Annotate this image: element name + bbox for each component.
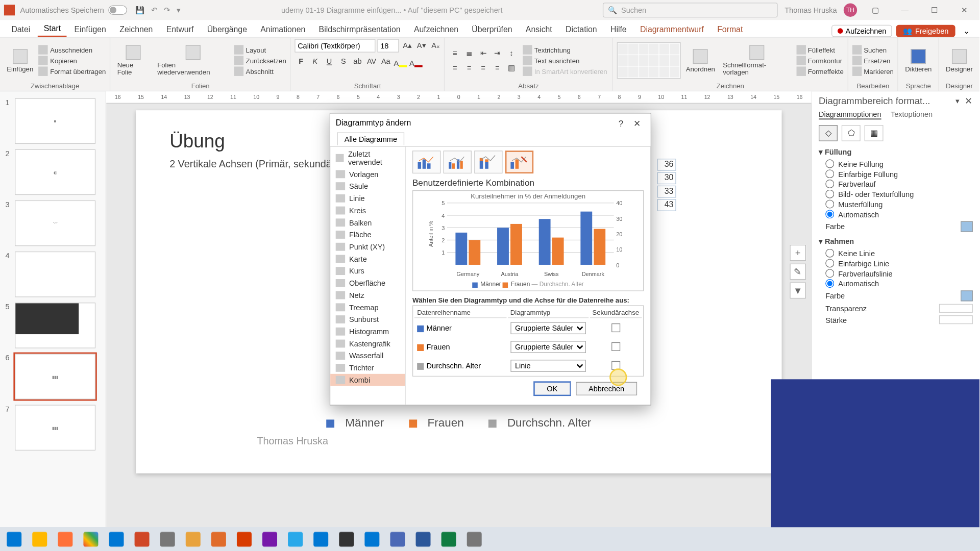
copy-button[interactable]: Kopieren xyxy=(39,56,106,65)
border-solid[interactable]: Einfarbige Linie xyxy=(825,259,973,267)
border-color-swatch[interactable] xyxy=(961,290,973,301)
record-button[interactable]: Aufzeichnen xyxy=(831,25,892,37)
taskbar-powerpoint[interactable] xyxy=(131,529,154,549)
taskbar-app[interactable] xyxy=(207,529,230,549)
chart-category-vorlagen[interactable]: Vorlagen xyxy=(330,168,405,181)
chart-category-oberflche[interactable]: Oberfläche xyxy=(330,277,405,289)
line-spacing-icon[interactable]: ↕ xyxy=(505,47,518,59)
cut-button[interactable]: Ausschneiden xyxy=(39,45,106,54)
start-button[interactable] xyxy=(3,529,26,549)
slide-title[interactable]: Übung xyxy=(169,131,225,152)
tab-start[interactable]: Start xyxy=(38,21,67,37)
chart-category-kurs[interactable]: Kurs xyxy=(330,265,405,277)
shape-effects-button[interactable]: Formeffekte xyxy=(796,66,843,76)
combo-subtype-3[interactable] xyxy=(474,151,502,173)
cancel-button[interactable]: Abbrechen xyxy=(576,382,637,395)
dialog-close-icon[interactable]: ✕ xyxy=(629,118,645,128)
taskbar-app[interactable] xyxy=(309,529,332,549)
indent-inc-icon[interactable]: ⇥ xyxy=(491,47,503,59)
chart-category-balken[interactable]: Balken xyxy=(330,216,405,229)
quick-styles-button[interactable]: Schnellformat-vorlagen xyxy=(720,45,794,76)
tab-zeichnen[interactable]: Zeichnen xyxy=(113,22,159,37)
reset-button[interactable]: Zurücksetzen xyxy=(234,56,286,65)
taskbar-onenote[interactable] xyxy=(258,529,281,549)
chart-category-kastengrafik[interactable]: Kastengrafik xyxy=(330,338,405,350)
chart-category-kreis[interactable]: Kreis xyxy=(330,205,405,217)
border-auto[interactable]: Automatisch xyxy=(825,279,973,288)
chart-category-sule[interactable]: Säule xyxy=(330,180,405,192)
dialog-help-icon[interactable]: ? xyxy=(613,118,629,128)
border-section-header[interactable]: ▾ Rahmen xyxy=(819,237,973,246)
tab-einfuegen[interactable]: Einfügen xyxy=(68,22,112,37)
fill-section-header[interactable]: ▾ Füllung xyxy=(819,148,973,157)
indent-dec-icon[interactable]: ⇤ xyxy=(477,47,489,59)
italic-button[interactable]: K xyxy=(309,55,322,67)
save-icon[interactable]: 💾 xyxy=(135,6,144,14)
strike-button[interactable]: S xyxy=(337,55,350,67)
text-direction-button[interactable]: Textrichtung xyxy=(523,45,607,54)
chart-category-punktxy[interactable]: Punkt (XY) xyxy=(330,241,405,253)
transparency-input[interactable] xyxy=(939,304,973,313)
decrease-font-icon[interactable]: A▾ xyxy=(415,39,428,51)
tab-ansicht[interactable]: Ansicht xyxy=(520,22,558,37)
maximize-icon[interactable]: ☐ xyxy=(923,3,946,17)
series-type-select[interactable]: Gruppierte Säulen xyxy=(510,322,586,334)
secondary-axis-checkbox[interactable] xyxy=(611,323,620,332)
border-gradient[interactable]: Farbverlaufslinie xyxy=(825,269,973,278)
pane-options-icon[interactable]: ▾ xyxy=(955,96,960,105)
effects-icon[interactable]: ⬠ xyxy=(842,125,861,141)
taskbar-app[interactable] xyxy=(335,529,358,549)
series-type-select[interactable]: Linie xyxy=(510,360,586,372)
fill-auto[interactable]: Automatisch xyxy=(825,210,973,218)
fill-pattern[interactable]: Musterfüllung xyxy=(825,199,973,208)
thumbnail-3[interactable]: 〰 xyxy=(15,201,95,246)
secondary-axis-checkbox[interactable] xyxy=(611,342,620,350)
taskbar-app[interactable] xyxy=(463,529,486,549)
size-properties-icon[interactable]: ▦ xyxy=(865,125,884,141)
tab-textoptionen[interactable]: Textoptionen xyxy=(891,110,933,119)
close-icon[interactable]: ✕ xyxy=(952,3,975,17)
chart-category-sunburst[interactable]: Sunburst xyxy=(330,313,405,325)
shape-fill-button[interactable]: Fülleffekt xyxy=(796,45,843,54)
border-none[interactable]: Keine Linie xyxy=(825,249,973,258)
secondary-axis-checkbox[interactable] xyxy=(611,361,620,369)
chart-category-netz[interactable]: Netz xyxy=(330,289,405,302)
thumbnail-5[interactable] xyxy=(15,303,95,348)
shadow-button[interactable]: ab xyxy=(352,55,364,67)
tab-bildschirmpraesentation[interactable]: Bildschirmpräsentation xyxy=(313,22,407,37)
align-left-icon[interactable]: ≡ xyxy=(449,62,461,74)
search-box[interactable]: 🔍 Suchen xyxy=(603,3,778,17)
fill-solid[interactable]: Einfarbige Füllung xyxy=(825,169,973,178)
spacing-button[interactable]: AV xyxy=(365,55,378,67)
thumbnail-6[interactable]: ▮▮▮ xyxy=(15,354,95,399)
designer-button[interactable]: Designer xyxy=(943,49,975,72)
chart-category-zuletztverwendet[interactable]: Zuletzt verwendet xyxy=(330,148,405,168)
font-family-select[interactable] xyxy=(295,39,376,52)
underline-button[interactable]: U xyxy=(323,55,335,67)
select-button[interactable]: Markieren xyxy=(852,66,894,76)
case-button[interactable]: Aa xyxy=(380,55,392,67)
taskbar-excel[interactable] xyxy=(437,529,460,549)
user-avatar[interactable]: TH xyxy=(844,4,857,17)
numbering-icon[interactable]: ≣ xyxy=(463,47,475,59)
pane-close-icon[interactable]: ✕ xyxy=(965,95,973,106)
chart-category-flche[interactable]: Fläche xyxy=(330,229,405,241)
taskbar-app[interactable] xyxy=(386,529,409,549)
tab-diagrammoptionen[interactable]: Diagrammoptionen xyxy=(819,110,881,119)
align-right-icon[interactable]: ≡ xyxy=(477,62,489,74)
section-button[interactable]: Abschnitt xyxy=(234,66,286,76)
dialog-tab-all[interactable]: Alle Diagramme xyxy=(337,133,404,145)
taskbar-app[interactable] xyxy=(233,529,256,549)
thumbnail-4[interactable] xyxy=(15,252,95,297)
layout-button[interactable]: Layout xyxy=(234,45,286,54)
ok-button[interactable]: OK xyxy=(534,382,570,395)
shapes-gallery[interactable] xyxy=(617,42,681,79)
tab-animationen[interactable]: Animationen xyxy=(254,22,311,37)
tab-format[interactable]: Format xyxy=(711,22,749,37)
ribbon-display-icon[interactable]: ▢ xyxy=(864,3,887,17)
slide-author[interactable]: Thomas Hruska xyxy=(257,435,328,446)
combo-subtype-2[interactable] xyxy=(444,151,472,173)
dictate-button[interactable]: Diktieren xyxy=(902,49,935,72)
taskbar-outlook[interactable] xyxy=(105,529,128,549)
arrange-button[interactable]: Anordnen xyxy=(683,49,718,72)
